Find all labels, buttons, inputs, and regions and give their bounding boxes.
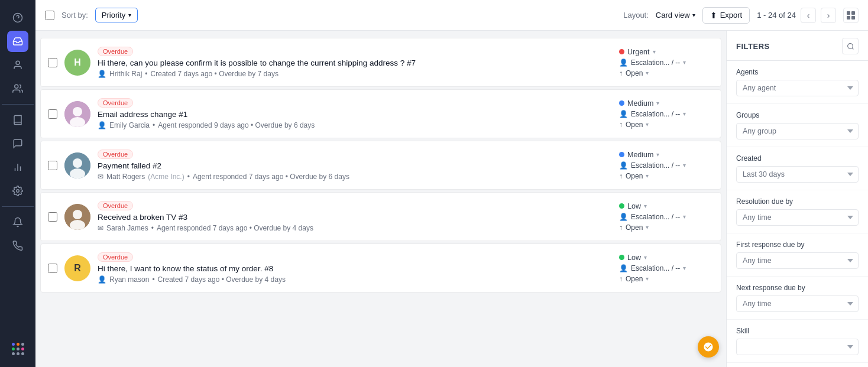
avatar xyxy=(64,101,90,127)
resolution-select[interactable]: Any time xyxy=(736,209,859,226)
created-select[interactable]: Last 30 days Today This week This month xyxy=(736,166,859,183)
status-label: Open xyxy=(626,275,643,283)
ticket-card: H Overdue Hi there, can you please confi… xyxy=(40,38,721,87)
ticket-title[interactable]: Received a broken TV #3 xyxy=(98,213,612,222)
status-tag[interactable]: ↑ Open ▾ xyxy=(619,172,649,180)
filter-search-button[interactable] xyxy=(842,38,859,54)
priority-dot xyxy=(619,49,624,54)
meta-icon: 👤 xyxy=(98,275,106,284)
ticket-body: Overdue Received a broken TV #3 ✉ Sarah … xyxy=(98,201,612,232)
assignee-label: Escalation... / -- xyxy=(631,264,680,272)
status-label: Open xyxy=(626,69,643,77)
meta-dot: • xyxy=(151,224,154,232)
assignee-tag[interactable]: 👤 Escalation... / -- ▾ xyxy=(619,264,686,272)
status-tag[interactable]: ↑ Open ▾ xyxy=(619,121,649,129)
ticket-checkbox-1[interactable] xyxy=(48,58,57,67)
assignee-label: Escalation... / -- xyxy=(631,59,680,67)
main-content: Sort by: Priority ▾ Layout: Card view ▾ … xyxy=(35,0,868,367)
notifications-icon[interactable] xyxy=(7,212,28,233)
filters-title: FILTERS xyxy=(736,42,770,51)
skill-select[interactable] xyxy=(736,339,859,355)
ticket-body: Overdue Hi there, I want to know the sta… xyxy=(98,252,612,284)
priority-dot xyxy=(619,255,624,260)
first-response-select[interactable]: Any time xyxy=(736,252,859,269)
ticket-title[interactable]: Payment failed #2 xyxy=(98,161,612,170)
person-icon: 👤 xyxy=(619,213,628,221)
svg-point-7 xyxy=(17,190,20,193)
layout-button[interactable]: Card view ▾ xyxy=(656,11,695,20)
sort-priority-button[interactable]: Priority ▾ xyxy=(95,8,138,22)
priority-tag[interactable]: Urgent ▾ xyxy=(619,48,656,56)
ticket-title[interactable]: Hi there, can you please confirm it is p… xyxy=(98,59,612,67)
chat-icon[interactable] xyxy=(7,133,28,154)
help-icon[interactable] xyxy=(7,7,28,28)
ticket-meta: 👤 Hrithik Raj • Created 7 days ago • Ove… xyxy=(98,70,612,78)
teams-icon[interactable] xyxy=(7,78,28,99)
groups-label: Groups xyxy=(736,111,859,119)
ticket-checkbox-2[interactable] xyxy=(48,109,57,119)
ticket-checkbox-5[interactable] xyxy=(48,264,57,273)
grid-view-button[interactable] xyxy=(843,8,859,23)
analytics-icon[interactable] xyxy=(7,157,28,178)
overdue-badge: Overdue xyxy=(98,201,133,210)
sort-value: Priority xyxy=(102,11,125,20)
ticket-title[interactable]: Hi there, I want to know the status of m… xyxy=(98,264,612,273)
export-button[interactable]: ⬆ Export xyxy=(702,7,750,24)
avatar: H xyxy=(64,50,90,76)
ticket-checkbox-3[interactable] xyxy=(48,161,57,170)
svg-rect-10 xyxy=(847,16,850,20)
priority-tag[interactable]: Medium ▾ xyxy=(619,151,659,159)
status-chevron-icon: ▾ xyxy=(646,275,649,282)
skill-label: Skill xyxy=(736,327,859,335)
next-response-select[interactable]: Any time xyxy=(736,295,859,312)
priority-dot xyxy=(619,152,624,157)
status-tag[interactable]: ↑ Open ▾ xyxy=(619,69,649,77)
status-tag[interactable]: ↑ Open ▾ xyxy=(619,223,649,232)
prev-page-button[interactable]: ‹ xyxy=(801,8,816,23)
meta-detail: Agent responded 9 days ago • Overdue by … xyxy=(158,121,315,129)
assignee-tag[interactable]: 👤 Escalation... / -- ▾ xyxy=(619,110,686,118)
person-icon: 👤 xyxy=(619,59,628,67)
priority-tag[interactable]: Low ▾ xyxy=(619,202,647,210)
avatar xyxy=(64,152,90,178)
ticket-checkbox-4[interactable] xyxy=(48,212,57,222)
svg-rect-8 xyxy=(847,11,850,15)
settings-icon[interactable] xyxy=(7,180,28,202)
first-response-label: First response due by xyxy=(736,241,859,249)
select-all-checkbox[interactable] xyxy=(45,11,54,20)
assignee-label: Escalation... / -- xyxy=(631,213,680,221)
pagination: 1 - 24 of 24 ‹ › xyxy=(757,8,836,23)
svg-line-22 xyxy=(852,48,853,49)
agents-label: Agents xyxy=(736,68,859,76)
contacts-icon[interactable] xyxy=(7,54,28,76)
phone-icon[interactable] xyxy=(7,235,28,256)
groups-select[interactable]: Any group xyxy=(736,123,859,139)
priority-tag[interactable]: Medium ▾ xyxy=(619,99,659,108)
status-icon: ↑ xyxy=(619,223,623,232)
book-icon[interactable] xyxy=(7,109,28,131)
agents-select[interactable]: Any agent xyxy=(736,80,859,96)
priority-tag[interactable]: Low ▾ xyxy=(619,254,647,262)
assignee-tag[interactable]: 👤 Escalation... / -- ▾ xyxy=(619,161,686,170)
assignee-label: Escalation... / -- xyxy=(631,161,680,170)
app-grid[interactable] xyxy=(12,343,24,355)
priority-label: Low xyxy=(627,254,641,262)
assignee-tag[interactable]: 👤 Escalation... / -- ▾ xyxy=(619,59,686,67)
ticket-card: Overdue Email address change #1 👤 Emily … xyxy=(40,89,721,138)
sidebar xyxy=(0,0,35,367)
ticket-card: R Overdue Hi there, I want to know the s… xyxy=(40,243,721,293)
assignee-chevron-icon: ▾ xyxy=(683,265,686,271)
assignee-tag[interactable]: 👤 Escalation... / -- ▾ xyxy=(619,213,686,221)
meta-company: (Acme Inc.) xyxy=(148,173,184,181)
status-chevron-icon: ▾ xyxy=(646,70,649,76)
status-tag[interactable]: ↑ Open ▾ xyxy=(619,275,649,283)
assignee-chevron-icon: ▾ xyxy=(683,111,686,117)
status-icon: ↑ xyxy=(619,69,623,77)
inbox-icon[interactable] xyxy=(7,31,28,52)
support-bubble[interactable] xyxy=(698,336,719,358)
ticket-title[interactable]: Email address change #1 xyxy=(98,110,612,119)
priority-label: Low xyxy=(627,202,641,210)
next-page-button[interactable]: › xyxy=(821,8,836,23)
meta-icon: 👤 xyxy=(98,70,106,78)
priority-chevron-icon: ▾ xyxy=(644,203,647,209)
